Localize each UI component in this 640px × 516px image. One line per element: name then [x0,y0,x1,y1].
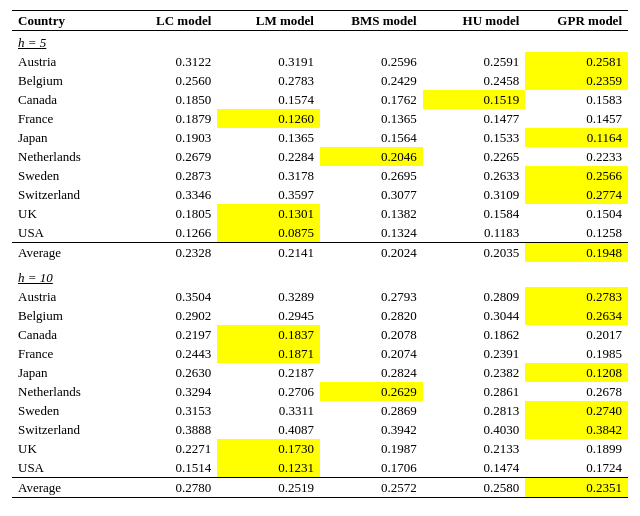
table-row: Netherlands0.32940.27060.26290.28610.267… [12,382,628,401]
cell-gpr: 0.3842 [525,420,628,439]
cell-lm: 0.3191 [217,52,320,71]
cell-country: Sweden [12,166,115,185]
cell-country: France [12,109,115,128]
cell-country: Belgium [12,306,115,325]
cell-bms: 0.2695 [320,166,423,185]
cell-gpr: 0.2566 [525,166,628,185]
table-row: France0.24430.18710.20740.23910.1985 [12,344,628,363]
cell-bms: 0.2629 [320,382,423,401]
cell-lm: 0.3289 [217,287,320,306]
cell-country: Average [12,478,115,498]
cell-gpr: 0.2017 [525,325,628,344]
cell-country: UK [12,439,115,458]
cell-gpr: 0.1208 [525,363,628,382]
table-row: Average0.27800.25190.25720.25800.2351 [12,478,628,498]
cell-lm: 0.1730 [217,439,320,458]
cell-hu: 0.2265 [423,147,526,166]
cell-lc: 0.2780 [115,478,218,498]
cell-lm: 0.4087 [217,420,320,439]
cell-lc: 0.3346 [115,185,218,204]
section-header: h = 5 [12,31,628,53]
table-row: Sweden0.28730.31780.26950.26330.2566 [12,166,628,185]
table-row: Canada0.21970.18370.20780.18620.2017 [12,325,628,344]
cell-country: France [12,344,115,363]
cell-bms: 0.2793 [320,287,423,306]
table-row: Austria0.31220.31910.25960.25910.2581 [12,52,628,71]
cell-country: Average [12,243,115,263]
cell-gpr: 0.2678 [525,382,628,401]
cell-gpr: 0.1504 [525,204,628,223]
cell-hu: 0.2458 [423,71,526,90]
cell-lc: 0.3504 [115,287,218,306]
cell-country: Sweden [12,401,115,420]
cell-gpr: 0.2774 [525,185,628,204]
cell-gpr: 0.1457 [525,109,628,128]
cell-gpr: 0.1948 [525,243,628,263]
cell-country: Austria [12,52,115,71]
cell-country: Canada [12,90,115,109]
cell-lc: 0.3153 [115,401,218,420]
cell-lc: 0.2271 [115,439,218,458]
cell-bms: 0.2824 [320,363,423,382]
cell-bms: 0.2820 [320,306,423,325]
cell-hu: 0.2633 [423,166,526,185]
cell-hu: 0.2813 [423,401,526,420]
cell-lm: 0.1231 [217,458,320,478]
cell-hu: 0.1477 [423,109,526,128]
table-row: UK0.18050.13010.13820.15840.1504 [12,204,628,223]
cell-lm: 0.3597 [217,185,320,204]
cell-lm: 0.2187 [217,363,320,382]
cell-lm: 0.1260 [217,109,320,128]
cell-hu: 0.4030 [423,420,526,439]
cell-bms: 0.1564 [320,128,423,147]
table-row: Belgium0.25600.27830.24290.24580.2359 [12,71,628,90]
cell-lm: 0.1871 [217,344,320,363]
cell-country: Belgium [12,71,115,90]
cell-gpr: 0.1164 [525,128,628,147]
cell-lc: 0.1850 [115,90,218,109]
cell-lm: 0.3178 [217,166,320,185]
header-bms: BMS model [320,11,423,31]
cell-lc: 0.2328 [115,243,218,263]
cell-country: Netherlands [12,147,115,166]
table-row: Average0.23280.21410.20240.20350.1948 [12,243,628,263]
cell-bms: 0.2046 [320,147,423,166]
cell-hu: 0.3044 [423,306,526,325]
table-row: Sweden0.31530.33110.28690.28130.2740 [12,401,628,420]
header-country: Country [12,11,115,31]
cell-bms: 0.2078 [320,325,423,344]
cell-country: Japan [12,363,115,382]
cell-lc: 0.1903 [115,128,218,147]
cell-lc: 0.3888 [115,420,218,439]
cell-country: USA [12,223,115,243]
cell-bms: 0.2572 [320,478,423,498]
cell-lm: 0.3311 [217,401,320,420]
cell-hu: 0.3109 [423,185,526,204]
header-hu: HU model [423,11,526,31]
cell-hu: 0.2382 [423,363,526,382]
cell-country: Canada [12,325,115,344]
cell-country: Netherlands [12,382,115,401]
cell-hu: 0.1533 [423,128,526,147]
cell-gpr: 0.1985 [525,344,628,363]
cell-gpr: 0.2359 [525,71,628,90]
cell-lm: 0.2783 [217,71,320,90]
cell-hu: 0.2591 [423,52,526,71]
cell-bms: 0.1382 [320,204,423,223]
cell-lc: 0.2902 [115,306,218,325]
cell-country: USA [12,458,115,478]
cell-hu: 0.2391 [423,344,526,363]
section-header: h = 10 [12,262,628,287]
cell-bms: 0.2024 [320,243,423,263]
cell-lc: 0.3122 [115,52,218,71]
cell-hu: 0.2580 [423,478,526,498]
cell-hu: 0.2035 [423,243,526,263]
cell-hu: 0.1519 [423,90,526,109]
cell-gpr: 0.2233 [525,147,628,166]
header-gpr: GPR model [525,11,628,31]
cell-lm: 0.2706 [217,382,320,401]
header-lm: LM model [217,11,320,31]
cell-hu: 0.2861 [423,382,526,401]
cell-lc: 0.3294 [115,382,218,401]
cell-lc: 0.1879 [115,109,218,128]
